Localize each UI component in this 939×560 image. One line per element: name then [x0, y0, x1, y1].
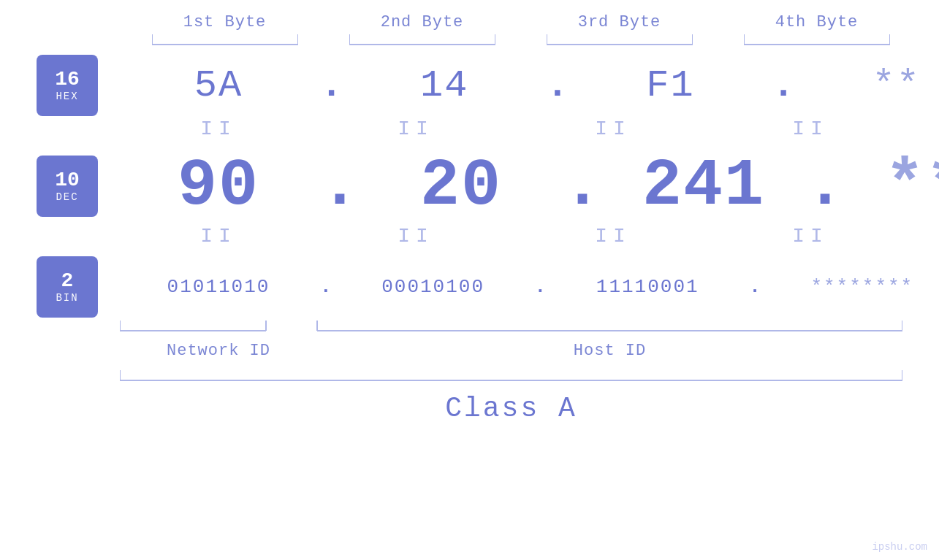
hex-b3-value: F1	[571, 64, 769, 107]
eq-2-b4: II	[712, 225, 909, 248]
byte-header-1: 1st Byte	[126, 13, 324, 31]
dec-b3-value: 241	[605, 149, 802, 223]
hex-b4-cell: **	[798, 64, 939, 107]
bin-b4-value: ********	[764, 276, 939, 298]
top-bracket-row	[0, 34, 939, 47]
class-bracket-svg	[120, 370, 902, 385]
byte-header-2: 2nd Byte	[324, 13, 521, 31]
dec-dot-2: .	[563, 149, 602, 223]
eq-sign-1: II	[200, 118, 237, 140]
dec-values: 90 . 20 . 241 . ***	[120, 149, 939, 223]
bracket-b4	[718, 34, 916, 47]
dec-badge-number: 10	[55, 169, 80, 192]
dec-b1-value: 90	[120, 149, 317, 223]
eq-1-b4: II	[712, 118, 909, 140]
bin-b2-value: 00010100	[335, 276, 532, 298]
eq-sign-5: II	[200, 225, 237, 248]
hex-dot-2: .	[546, 64, 569, 107]
hex-values: 5A . 14 . F1 . **	[120, 64, 939, 107]
eq-2-b3: II	[514, 225, 712, 248]
dec-b2-value: 20	[362, 149, 560, 223]
bin-badge: 2 BIN	[37, 256, 98, 318]
equals-row-1: II II II II	[0, 118, 939, 140]
bin-badge-number: 2	[61, 270, 74, 293]
bracket-b1	[126, 34, 324, 47]
bin-dot-1: .	[320, 276, 332, 298]
hex-b4-value: **	[798, 64, 939, 107]
bin-b2-cell: 00010100	[335, 276, 532, 298]
bin-row: 2 BIN 01011010 . 00010100 . 11110001 . *…	[0, 256, 939, 318]
bin-values: 01011010 . 00010100 . 11110001 . *******…	[120, 276, 939, 298]
hex-b2-value: 14	[346, 64, 543, 107]
byte-headers: 1st Byte 2nd Byte 3rd Byte 4th Byte	[0, 13, 939, 31]
bracket-b3	[521, 34, 718, 47]
dec-b1-cell: 90	[120, 149, 317, 223]
eq-sign-8: II	[792, 225, 829, 248]
bottom-bracket-svg	[120, 321, 902, 335]
dec-b2-cell: 20	[362, 149, 560, 223]
dec-badge: 10 DEC	[37, 156, 98, 217]
bin-b3-value: 11110001	[549, 276, 746, 298]
id-labels: Network ID Host ID	[0, 342, 939, 360]
bin-b4-cell: ********	[764, 276, 939, 298]
bin-b1-cell: 01011010	[120, 276, 317, 298]
byte-header-4: 4th Byte	[718, 13, 916, 31]
eq-sign-4: II	[792, 118, 829, 140]
hex-dot-3: .	[772, 64, 794, 107]
dec-badge-label: DEC	[56, 191, 78, 203]
dec-b3-cell: 241	[605, 149, 802, 223]
bin-badge-label: BIN	[56, 292, 78, 304]
hex-b1-value: 5A	[120, 64, 317, 107]
byte-header-3: 3rd Byte	[521, 13, 718, 31]
eq-sign-2: II	[398, 118, 434, 140]
bin-dot-3: .	[749, 276, 761, 298]
dec-row: 10 DEC 90 . 20 . 241 . ***	[0, 149, 939, 223]
bin-dot-2: .	[535, 276, 547, 298]
hex-badge-number: 16	[55, 69, 80, 91]
hex-b2-cell: 14	[346, 64, 543, 107]
hex-row: 16 HEX 5A . 14 . F1 . **	[0, 55, 939, 116]
bin-b1-value: 01011010	[120, 276, 317, 298]
hex-b3-cell: F1	[571, 64, 769, 107]
class-section: Class A	[0, 370, 939, 424]
bin-b3-cell: 11110001	[549, 276, 746, 298]
equals-row-2: II II II II	[0, 225, 939, 248]
hex-badge-label: HEX	[56, 91, 78, 102]
main-container: 1st Byte 2nd Byte 3rd Byte 4th Byte	[0, 0, 939, 560]
dec-dot-3: .	[805, 149, 845, 223]
eq-1-b3: II	[514, 118, 712, 140]
hex-badge: 16 HEX	[37, 55, 98, 116]
eq-sign-6: II	[398, 225, 434, 248]
eq-sign-7: II	[595, 225, 631, 248]
eq-sign-3: II	[595, 118, 631, 140]
eq-1-b1: II	[120, 118, 317, 140]
hex-dot-1: .	[320, 64, 343, 107]
class-a-label: Class A	[120, 393, 902, 424]
eq-2-b1: II	[120, 225, 317, 248]
dec-dot-1: .	[320, 149, 360, 223]
watermark: ipshu.com	[872, 541, 927, 553]
eq-1-b2: II	[317, 118, 514, 140]
bracket-b2	[324, 34, 521, 47]
dec-b4-cell: ***	[848, 149, 939, 223]
host-id-label: Host ID	[317, 342, 902, 360]
eq-2-b2: II	[317, 225, 514, 248]
network-id-label: Network ID	[120, 342, 317, 360]
dec-b4-value: ***	[848, 149, 939, 223]
hex-b1-cell: 5A	[120, 64, 317, 107]
bottom-bracket-area	[0, 321, 939, 339]
